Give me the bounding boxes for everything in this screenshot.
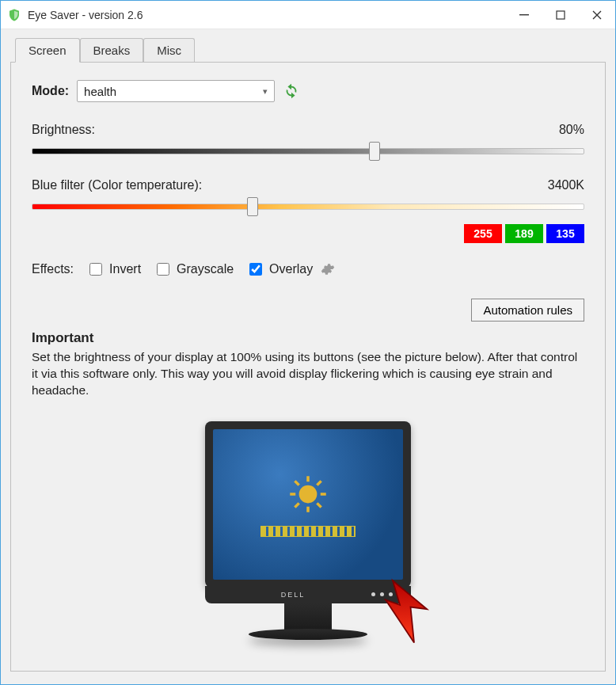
window-controls [506, 1, 615, 29]
grayscale-label: Grayscale [177, 262, 234, 276]
refresh-icon[interactable] [283, 82, 300, 100]
minimize-button[interactable] [506, 1, 542, 29]
svg-rect-1 [557, 11, 565, 19]
overlay-checkbox[interactable] [249, 263, 262, 276]
invert-checkbox[interactable] [89, 263, 102, 276]
mode-label: Mode: [32, 84, 69, 98]
svg-point-2 [299, 485, 318, 503]
effects-row: Effects: Invert Grayscale Overlay [32, 261, 584, 278]
mode-row: Mode: health ▾ [32, 80, 584, 102]
sun-moon-icon [286, 472, 330, 516]
tab-label: Screen [29, 44, 67, 57]
brightness-thumb[interactable] [369, 142, 380, 161]
overlay-checkbox-wrap[interactable]: Overlay [246, 261, 313, 278]
rgb-readout: 255 189 135 [32, 224, 584, 243]
titlebar: Eye Saver - version 2.6 [1, 1, 615, 29]
invert-checkbox-wrap[interactable]: Invert [86, 261, 141, 278]
important-block: Important Set the brightness of your dis… [32, 330, 584, 399]
grayscale-checkbox-wrap[interactable]: Grayscale [154, 261, 234, 278]
tab-misc[interactable]: Misc [143, 38, 195, 63]
brightness-slider[interactable] [32, 142, 584, 161]
brightness-label: Brightness: [32, 123, 95, 137]
monitor-illustration: DELL [32, 421, 584, 634]
grayscale-checkbox[interactable] [157, 263, 169, 276]
tab-label: Misc [157, 44, 181, 57]
invert-label: Invert [109, 262, 141, 276]
brightness-track [32, 148, 584, 154]
tab-breaks[interactable]: Breaks [80, 38, 144, 63]
blue-filter-track [32, 204, 584, 210]
automation-rules-label: Automation rules [483, 303, 572, 317]
close-button[interactable] [579, 1, 615, 29]
monitor-screen [213, 429, 403, 580]
tab-screen[interactable]: Screen [15, 38, 80, 63]
important-heading: Important [32, 330, 584, 346]
mode-combobox[interactable]: health ▾ [77, 80, 275, 102]
overlay-label: Overlay [269, 262, 313, 276]
window-title: Eye Saver - version 2.6 [28, 9, 506, 21]
brightness-block: Brightness: 80% [32, 123, 584, 161]
automation-rules-button[interactable]: Automation rules [471, 299, 584, 322]
maximize-button[interactable] [542, 1, 579, 29]
rgb-b-value: 135 [546, 224, 584, 243]
app-shield-icon [7, 8, 21, 22]
important-body: Set the brightness of your display at 10… [32, 349, 584, 399]
application-window: Eye Saver - version 2.6 Screen Breaks Mi… [0, 0, 616, 685]
tab-label: Breaks [93, 44, 131, 57]
tab-panel-screen: Mode: health ▾ Brightness: 80% [10, 62, 606, 672]
rgb-g-value: 189 [505, 224, 543, 243]
gear-icon[interactable] [321, 262, 335, 276]
blue-filter-label: Blue filter (Color temperature): [32, 178, 202, 192]
monitor-stand [284, 603, 332, 634]
brightness-value: 80% [559, 123, 584, 137]
blue-filter-value: 3400K [548, 178, 584, 192]
osd-progress-bar [260, 526, 356, 537]
blue-filter-slider[interactable] [32, 197, 584, 216]
monitor-brand: DELL [281, 591, 306, 599]
blue-filter-thumb[interactable] [247, 197, 258, 216]
effects-label: Effects: [32, 262, 74, 276]
chevron-down-icon: ▾ [263, 86, 268, 97]
pointer-arrow-icon [371, 575, 443, 646]
mode-value: health [84, 85, 116, 98]
svg-rect-0 [519, 14, 529, 15]
blue-filter-block: Blue filter (Color temperature): 3400K 2… [32, 178, 584, 243]
monitor-bezel [205, 421, 411, 588]
rgb-r-value: 255 [464, 224, 502, 243]
tabstrip: Screen Breaks Misc [15, 37, 606, 62]
client-area: Screen Breaks Misc Mode: health ▾ Bright… [1, 29, 615, 684]
